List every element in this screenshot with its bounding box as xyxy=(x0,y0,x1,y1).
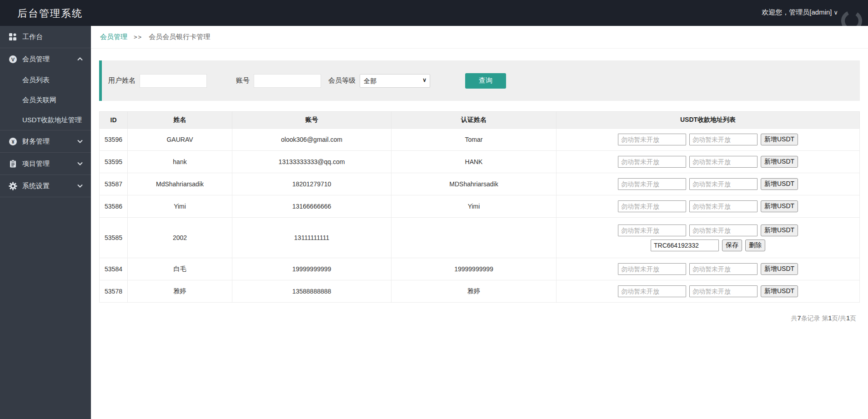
gear-icon xyxy=(8,181,17,190)
usdt-address-input[interactable] xyxy=(618,134,686,145)
usdt-address-input[interactable] xyxy=(618,200,686,212)
sidebar-item-finance[interactable]: ¥ 财务管理 xyxy=(0,130,91,152)
cell-account: 19999999999 xyxy=(232,258,391,280)
cell-usdt: 新增USDT xyxy=(557,151,860,173)
usdt-address-input[interactable] xyxy=(689,285,758,297)
add-usdt-button[interactable]: 新增USDT xyxy=(761,178,798,190)
breadcrumb-section-link[interactable]: 会员管理 xyxy=(100,33,127,41)
usdt-address-input[interactable] xyxy=(689,263,758,275)
admin-app: 后台管理系统 欢迎您，管理员[admin] ∨ 工作台 xyxy=(0,0,868,419)
cell-name: 雅婷 xyxy=(128,280,232,303)
usdt-address-input[interactable] xyxy=(689,200,758,212)
usdt-address-input[interactable] xyxy=(689,178,758,190)
usdt-address-input[interactable] xyxy=(689,134,758,145)
cell-usdt: 新增USDT 保存 删除 xyxy=(557,218,860,258)
sub-item-label: 会员列表 xyxy=(22,76,50,85)
members-table: ID 姓名 账号 认证姓名 USDT收款地址列表 53596 GAURAV ol… xyxy=(99,111,860,303)
sidebar-item-member-network[interactable]: 会员关联网 xyxy=(0,90,91,110)
cell-name: 白毛 xyxy=(128,258,232,280)
usdt-address-input[interactable] xyxy=(689,224,758,236)
table-header-row: ID 姓名 账号 认证姓名 USDT收款地址列表 xyxy=(100,112,860,129)
name-filter-label: 用户姓名 xyxy=(108,76,135,85)
member-icon: V xyxy=(8,55,17,64)
cell-account: 13166666666 xyxy=(232,195,391,218)
cell-id: 53587 xyxy=(100,173,128,195)
account-filter-label: 账号 xyxy=(236,76,250,85)
add-usdt-button[interactable]: 新增USDT xyxy=(761,134,798,145)
table-row: 53578 雅婷 13588888888 雅婷 新增USDT xyxy=(100,280,860,303)
level-filter-label: 会员等级 xyxy=(328,76,356,85)
user-menu[interactable]: 欢迎您，管理员[admin] ∨ xyxy=(762,8,838,17)
cell-verified: 19999999999 xyxy=(391,258,557,280)
cell-verified: 雅婷 xyxy=(391,280,557,303)
account-filter-input[interactable] xyxy=(254,74,321,88)
usdt-address-input[interactable] xyxy=(689,156,758,168)
save-button[interactable]: 保存 xyxy=(722,239,742,251)
ring-logo-icon xyxy=(840,9,863,26)
level-select[interactable]: 全部 xyxy=(360,74,430,88)
pagination-summary: 共7条记录 第1页/共1页 xyxy=(91,314,856,323)
table-row: 53596 GAURAV olook306@gmail.com Tomar 新增… xyxy=(100,129,860,151)
sidebar-item-project[interactable]: 项目管理 xyxy=(0,153,91,175)
cell-account: 18201279710 xyxy=(232,173,391,195)
finance-icon: ¥ xyxy=(8,137,17,146)
sidebar-item-label: 项目管理 xyxy=(22,160,50,168)
sidebar-item-member-list[interactable]: 会员列表 xyxy=(0,70,91,90)
cell-account: 13133333333@qq.com xyxy=(232,151,391,173)
add-usdt-button[interactable]: 新增USDT xyxy=(761,285,798,297)
pagination-text: 页/共 xyxy=(832,314,846,322)
cell-account: olook306@gmail.com xyxy=(232,129,391,151)
name-filter-input[interactable] xyxy=(140,74,207,88)
cell-id: 53578 xyxy=(100,280,128,303)
usdt-saved-address-input[interactable] xyxy=(651,239,719,251)
sub-item-label: 会员关联网 xyxy=(22,96,56,105)
sidebar-item-settings[interactable]: 系统设置 xyxy=(0,175,91,197)
filter-panel: 用户姓名 账号 会员等级 全部 ∨ 查询 xyxy=(99,60,860,101)
table-row: 53595 hank 13133333333@qq.com HANK 新增USD… xyxy=(100,151,860,173)
sidebar-item-label: 系统设置 xyxy=(22,182,50,190)
chevron-up-icon xyxy=(77,57,83,61)
app-title: 后台管理系统 xyxy=(17,7,83,20)
sidebar-item-label: 财务管理 xyxy=(22,137,50,146)
top-bar: 后台管理系统 欢迎您，管理员[admin] ∨ xyxy=(0,0,868,26)
cell-verified: MDShahriarsadik xyxy=(391,173,557,195)
cell-usdt: 新增USDT xyxy=(557,195,860,218)
table-row: 53586 Yimi 13166666666 Yimi 新增USDT xyxy=(100,195,860,218)
usdt-address-input[interactable] xyxy=(618,156,686,168)
table-row: 53585 2002 13111111111 新增USDT 保存 xyxy=(100,218,860,258)
usdt-address-input[interactable] xyxy=(618,178,686,190)
add-usdt-button[interactable]: 新增USDT xyxy=(761,156,798,168)
usdt-address-input[interactable] xyxy=(618,224,686,236)
pagination-text: 条记录 xyxy=(801,314,822,322)
cell-verified: HANK xyxy=(391,151,557,173)
cell-id: 53585 xyxy=(100,218,128,258)
dashboard-icon xyxy=(8,32,17,41)
svg-text:¥: ¥ xyxy=(11,139,15,144)
pagination-text: 页 xyxy=(850,314,856,322)
sidebar-item-member-mgmt[interactable]: V 会员管理 xyxy=(0,48,91,70)
sidebar-item-usdt-address-mgmt[interactable]: USDT收款地址管理 xyxy=(0,110,91,130)
record-count: 7 xyxy=(798,314,801,322)
col-header-name: 姓名 xyxy=(128,112,232,129)
table-row: 53584 白毛 19999999999 19999999999 新增USDT xyxy=(100,258,860,280)
add-usdt-button[interactable]: 新增USDT xyxy=(761,224,798,236)
add-usdt-button[interactable]: 新增USDT xyxy=(761,263,798,275)
usdt-address-input[interactable] xyxy=(618,285,686,297)
usdt-address-input[interactable] xyxy=(618,263,686,275)
cell-usdt: 新增USDT xyxy=(557,173,860,195)
cell-id: 53586 xyxy=(100,195,128,218)
sidebar-item-label: 会员管理 xyxy=(22,55,50,64)
sidebar-item-workbench[interactable]: 工作台 xyxy=(0,26,91,48)
cell-name: Yimi xyxy=(128,195,232,218)
breadcrumb: 会员管理 >> 会员会员银行卡管理 xyxy=(91,26,868,49)
welcome-text: 欢迎您，管理员[admin] xyxy=(762,8,832,17)
cell-usdt: 新增USDT xyxy=(557,280,860,303)
breadcrumb-separator: >> xyxy=(134,34,142,40)
cell-account: 13588888888 xyxy=(232,280,391,303)
cell-id: 53596 xyxy=(100,129,128,151)
delete-button[interactable]: 删除 xyxy=(745,239,765,251)
add-usdt-button[interactable]: 新增USDT xyxy=(761,200,798,212)
query-button[interactable]: 查询 xyxy=(465,73,506,89)
sidebar: 工作台 V 会员管理 会员列表 会员关联网 xyxy=(0,26,91,419)
sub-item-label: USDT收款地址管理 xyxy=(22,116,82,125)
